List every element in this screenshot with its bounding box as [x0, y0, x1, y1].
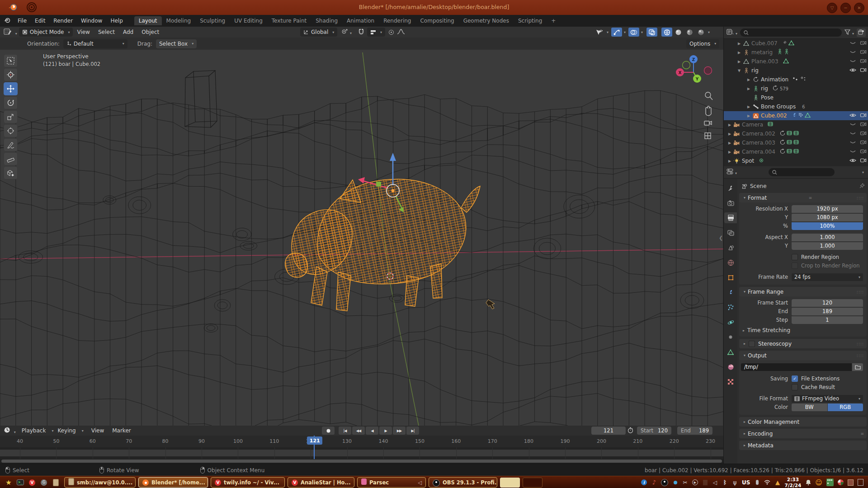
tab-modeling[interactable]: Modeling	[162, 16, 196, 25]
timeline-editor[interactable]: ▾ Playback▾ Keying▾ View Marker |◀◀◀◀▶▶▶…	[0, 426, 723, 464]
time-stretching-subpanel[interactable]: ▸Time Stretching	[741, 327, 863, 333]
falloff-curve-icon[interactable]	[397, 28, 405, 36]
menu-help[interactable]: Help	[106, 18, 127, 24]
properties-tab-modifiers[interactable]	[724, 287, 737, 298]
clock[interactable]: 2:337/2/24	[784, 477, 801, 488]
open-folder-button[interactable]	[852, 363, 863, 371]
snapping-dropdown[interactable]: ▾	[367, 28, 385, 37]
auto-key-record-button[interactable]	[322, 427, 335, 435]
hide-viewport-icon[interactable]	[849, 49, 856, 56]
editor-type-icon[interactable]: ▾	[4, 28, 17, 36]
snap-magnet-icon[interactable]	[358, 28, 364, 36]
show-desktop-tray-icon[interactable]	[858, 479, 863, 486]
frame-start-row[interactable]: Frame Start120	[741, 299, 863, 307]
expand-arrow-icon[interactable]: ▶	[745, 78, 752, 82]
expand-arrow-icon[interactable]: ▶	[736, 42, 742, 46]
taskbar-window-unnamed[interactable]	[500, 478, 520, 488]
outliner-row-camera[interactable]: ▶Camera	[724, 120, 868, 129]
darts-tray-icon[interactable]	[838, 479, 844, 485]
hide-viewport-icon[interactable]	[849, 140, 856, 146]
hide-viewport-icon[interactable]	[849, 58, 856, 65]
3d-viewport[interactable]: Z X Y ❮ User Perspective (121) boar | Cu…	[0, 50, 723, 426]
stopwatch-icon[interactable]	[627, 427, 633, 435]
maximize-button[interactable]: −	[840, 3, 851, 13]
viewport-menu-object[interactable]: Object	[137, 29, 163, 35]
color-management-panel-header[interactable]: ▸Color Management	[739, 417, 867, 427]
timeline-menu-playback[interactable]: Playback	[18, 427, 50, 434]
new-collection-icon[interactable]	[857, 28, 866, 37]
expand-arrow-icon[interactable]: ▶	[726, 132, 733, 136]
properties-tab-view-layer[interactable]	[724, 227, 737, 238]
resolution-y-row[interactable]: Y1080 px	[741, 213, 863, 221]
notifications-tray-icon[interactable]	[805, 479, 811, 485]
zoom-icon[interactable]	[705, 92, 712, 100]
package-tray-icon[interactable]	[848, 479, 854, 486]
annotate-tool-button[interactable]	[4, 138, 18, 151]
scissors-tray-icon[interactable]: ✂	[682, 479, 688, 486]
info-tray-icon[interactable]: i	[641, 479, 647, 485]
timeline-ruler[interactable]: 4050607080901001101201301401501601701801…	[0, 436, 723, 447]
taskbar-window-analiestar[interactable]: VAnalieStar | Ho...	[288, 477, 354, 488]
timeline-menu-keying[interactable]: Keying	[53, 427, 80, 434]
tab-sculpting[interactable]: Sculpting	[195, 16, 230, 25]
prev-keyframe-button[interactable]: ◀◀	[352, 427, 365, 435]
taskbar-window-blender[interactable]: Blender* [/home...	[138, 477, 208, 488]
tab-shading[interactable]: Shading	[311, 16, 342, 25]
expand-arrow-icon[interactable]: ▶	[736, 51, 742, 55]
stereoscopy-panel-header[interactable]: ▸ Stereoscopy::::	[739, 339, 867, 348]
properties-tab-constraints[interactable]	[724, 332, 737, 343]
outliner-search-input[interactable]	[740, 28, 842, 37]
outliner-row-rig[interactable]: ▼rig	[724, 66, 868, 75]
expand-arrow-icon[interactable]: ▶	[726, 141, 733, 145]
outliner-row-camera-002[interactable]: ▶Camera.002	[724, 129, 868, 138]
stereoscopy-checkbox[interactable]	[749, 341, 755, 347]
hide-viewport-icon[interactable]	[849, 67, 856, 74]
emoji-tray-icon[interactable]: ☺	[815, 479, 822, 487]
tab-uv-editing[interactable]: UV Editing	[230, 16, 267, 25]
options-button[interactable]: Options ▾	[686, 39, 719, 48]
disable-render-icon[interactable]	[860, 58, 867, 65]
close-button[interactable]: ✕	[854, 3, 864, 13]
disable-render-icon[interactable]	[860, 139, 867, 146]
outliner-row-animation[interactable]: ▶Animation	[724, 75, 868, 84]
breadcrumb-scene[interactable]: Scene	[750, 183, 767, 189]
gizmos-toggle-icon[interactable]	[611, 28, 622, 37]
outliner-row-cube-002[interactable]: ▶Cube.002	[724, 111, 868, 120]
expand-arrow-icon[interactable]: ▶	[745, 105, 752, 109]
hide-viewport-icon[interactable]	[849, 131, 856, 137]
speaker-tray-icon[interactable]: ◁	[712, 479, 718, 486]
disable-render-icon[interactable]	[860, 130, 867, 137]
hide-viewport-icon[interactable]	[849, 158, 856, 164]
gizmo-plane-handle[interactable]	[376, 182, 381, 187]
properties-options-icon[interactable]: ▾	[862, 170, 864, 174]
axis-ball-neg-x[interactable]	[704, 67, 712, 75]
disable-render-icon[interactable]	[860, 40, 867, 47]
properties-tab-physics[interactable]	[724, 317, 737, 328]
outliner-row-spot[interactable]: ▶Spot	[724, 156, 868, 165]
expand-arrow-icon[interactable]: ▶	[745, 114, 752, 118]
viewport-menu-add[interactable]: Add	[119, 29, 137, 35]
expand-arrow-icon[interactable]: ▶	[736, 60, 742, 64]
tab-rendering[interactable]: Rendering	[379, 16, 415, 25]
frame-range-panel-header[interactable]: ▾Frame Range::::	[739, 287, 867, 296]
frame-end-field[interactable]: End 189	[677, 427, 712, 435]
rotate-tool-button[interactable]	[4, 96, 18, 109]
outliner-row-bone-groups[interactable]: ▶Bone Groups6	[724, 102, 868, 111]
orientation-dropdown[interactable]: Default ▾	[63, 39, 127, 48]
expand-arrow-icon[interactable]: ▶	[745, 87, 752, 91]
timeline-editor-icon[interactable]: ▾	[4, 427, 16, 435]
outliner-row-camera-004[interactable]: ▶Camera.004	[724, 147, 868, 156]
mic-tray-icon[interactable]	[754, 480, 760, 485]
hide-viewport-icon[interactable]	[849, 40, 856, 47]
viewport-menu-view[interactable]: View	[73, 29, 94, 35]
outliner-row-metarig[interactable]: ▶metarig	[724, 48, 868, 57]
selectability-visibility-icon[interactable]	[594, 28, 605, 37]
play-reverse-button[interactable]: ◀	[366, 427, 378, 435]
music-tray-icon[interactable]: ♪	[651, 479, 657, 486]
warning-tray-icon[interactable]: ▲	[774, 479, 780, 486]
color-bw-button[interactable]: BW	[792, 404, 827, 411]
jump-to-start-button[interactable]: |◀	[339, 427, 351, 435]
blender-menu-icon[interactable]	[4, 17, 11, 25]
add-workspace-button[interactable]: +	[547, 16, 560, 25]
transform-tool-button[interactable]	[4, 124, 18, 137]
